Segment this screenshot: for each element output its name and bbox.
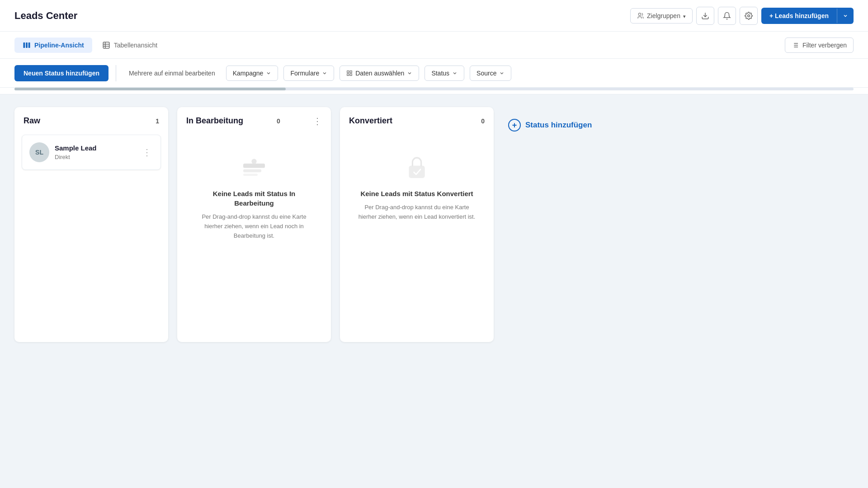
column-count-raw: 1	[156, 117, 159, 125]
view-tabs: Pipeline-Ansicht Tabellenansicht	[14, 38, 165, 53]
add-leads-main[interactable]: + Leads hinzufügen	[761, 8, 837, 24]
daten-label: Daten auswählen	[355, 70, 404, 77]
svg-rect-17	[350, 70, 352, 72]
kanban-column-konvertiert: Konvertiert 0 Keine Leads mit Status Kon…	[340, 107, 494, 342]
empty-desc-konvertiert: Per Drag-and-drop kannst du eine Karte h…	[358, 203, 476, 222]
svg-rect-20	[243, 164, 265, 168]
kampagne-label: Kampagne	[233, 70, 264, 77]
empty-state-konvertiert: Keine Leads mit Status Konvertiert Per D…	[347, 135, 486, 240]
view-bar: Pipeline-Ansicht Tabellenansicht Filter …	[0, 32, 868, 59]
scroll-track-area	[0, 88, 868, 94]
column-title-konvertiert: Konvertiert	[349, 116, 392, 126]
empty-title-konvertiert: Keine Leads mit Status Konvertiert	[360, 189, 473, 198]
grid-icon	[346, 70, 353, 76]
add-leads-label: + Leads hinzufügen	[769, 12, 829, 19]
empty-state-in-bearbeitung: Keine Leads mit Status In Bearbeitung Pe…	[184, 135, 324, 258]
pipeline-icon	[23, 41, 31, 49]
new-status-label: Neuen Status hinzufügen	[24, 70, 99, 77]
drag-placeholder-icon	[240, 153, 269, 182]
add-leads-button[interactable]: + Leads hinzufügen	[761, 8, 854, 24]
filter-toggle-button[interactable]: Filter verbergen	[785, 38, 854, 53]
toolbar-divider	[116, 65, 116, 81]
lead-info: Sample Lead Direkt	[55, 144, 135, 160]
scroll-track[interactable]	[14, 88, 854, 90]
add-status-column: + Status hinzufügen	[503, 107, 656, 152]
tab-pipeline[interactable]: Pipeline-Ansicht	[14, 38, 92, 53]
kampagne-chevron-icon	[266, 70, 271, 76]
settings-button[interactable]	[740, 7, 758, 25]
svg-rect-3	[24, 42, 25, 48]
svg-rect-23	[243, 174, 258, 176]
svg-rect-16	[347, 70, 349, 72]
app-title: Leads Center	[14, 10, 77, 22]
table-icon	[102, 41, 110, 49]
empty-desc-in-bearbeitung: Per Drag-and-drop kannst du eine Karte h…	[195, 212, 313, 240]
add-leads-dropdown-arrow[interactable]	[837, 9, 854, 23]
add-status-button[interactable]: + Status hinzufügen	[503, 115, 597, 135]
svg-rect-5	[28, 42, 30, 48]
source-label: Source	[476, 70, 496, 77]
daten-chevron-icon	[407, 70, 412, 76]
add-status-label: Status hinzufügen	[525, 121, 592, 130]
download-button[interactable]	[696, 7, 714, 25]
kampagne-dropdown[interactable]: Kampagne	[226, 66, 278, 81]
filter-icon	[792, 42, 799, 49]
new-status-button[interactable]: Neuen Status hinzufügen	[14, 65, 108, 81]
source-dropdown[interactable]: Source	[470, 66, 511, 81]
svg-point-0	[638, 13, 641, 15]
lead-initials: SL	[35, 149, 43, 156]
column-title-in-bearbeitung: In Bearbeitung	[186, 116, 243, 126]
status-chevron-icon	[452, 70, 458, 76]
audience-button[interactable]: Zielgruppen	[630, 8, 693, 23]
lead-card-sample: SL Sample Lead Direkt ⋮	[22, 135, 161, 170]
column-body-konvertiert: Keine Leads mit Status Konvertiert Per D…	[340, 131, 494, 249]
tab-table[interactable]: Tabellenansicht	[94, 38, 166, 53]
kanban-area: Raw 1 SL Sample Lead Direkt ⋮ In Bearbei…	[0, 94, 868, 411]
lock-check-icon	[402, 153, 431, 182]
column-header-raw: Raw 1	[14, 107, 168, 131]
svg-rect-18	[347, 74, 349, 75]
status-label: Status	[431, 70, 449, 77]
formulare-chevron-icon	[322, 70, 327, 76]
svg-point-2	[748, 14, 750, 17]
column-body-in-bearbeitung: Keine Leads mit Status In Bearbeitung Pe…	[177, 131, 331, 267]
filter-toggle-label: Filter verbergen	[802, 42, 847, 49]
source-chevron-icon	[499, 70, 505, 76]
lead-source: Direkt	[55, 154, 135, 160]
column-title-raw: Raw	[24, 116, 40, 126]
tab-pipeline-label: Pipeline-Ansicht	[34, 42, 84, 49]
bulk-edit-button[interactable]: Mehrere auf einmal bearbeiten	[123, 66, 221, 80]
bell-button[interactable]	[718, 7, 736, 25]
formulare-dropdown[interactable]: Formulare	[283, 66, 334, 81]
audience-icon	[637, 12, 644, 19]
svg-point-21	[251, 159, 256, 164]
column-menu-in-bearbeitung[interactable]: ⋮	[313, 117, 322, 126]
toolbar: Neuen Status hinzufügen Mehrere auf einm…	[0, 59, 868, 88]
bell-icon	[723, 12, 731, 20]
audience-label: Zielgruppen	[647, 12, 680, 19]
svg-rect-22	[243, 169, 261, 172]
top-bar: Leads Center Zielgruppen + Leads	[0, 0, 868, 32]
add-status-circle-icon: +	[508, 119, 521, 131]
gear-icon	[745, 12, 753, 20]
column-count-in-bearbeitung: 0	[277, 117, 280, 125]
scroll-thumb[interactable]	[14, 88, 286, 90]
column-header-in-bearbeitung: In Bearbeitung 0 ⋮	[177, 107, 331, 131]
svg-rect-19	[350, 74, 352, 75]
audience-chevron-icon	[683, 12, 686, 19]
status-dropdown[interactable]: Status	[425, 66, 464, 81]
kanban-column-in-bearbeitung: In Bearbeitung 0 ⋮ Keine Leads mit Statu…	[177, 107, 331, 342]
column-body-raw: SL Sample Lead Direkt ⋮	[14, 131, 168, 179]
svg-rect-24	[409, 166, 425, 178]
column-header-konvertiert: Konvertiert 0	[340, 107, 494, 131]
top-bar-actions: Zielgruppen + Leads hinzufügen	[630, 7, 854, 25]
kanban-column-raw: Raw 1 SL Sample Lead Direkt ⋮	[14, 107, 168, 342]
lead-menu-button[interactable]: ⋮	[141, 146, 153, 159]
formulare-label: Formulare	[290, 70, 319, 77]
daten-dropdown[interactable]: Daten auswählen	[340, 66, 419, 81]
empty-title-in-bearbeitung: Keine Leads mit Status In Bearbeitung	[193, 189, 315, 208]
download-icon	[701, 12, 709, 20]
svg-rect-4	[26, 42, 28, 48]
chevron-down-icon	[843, 13, 848, 19]
tab-table-label: Tabellenansicht	[114, 42, 158, 49]
